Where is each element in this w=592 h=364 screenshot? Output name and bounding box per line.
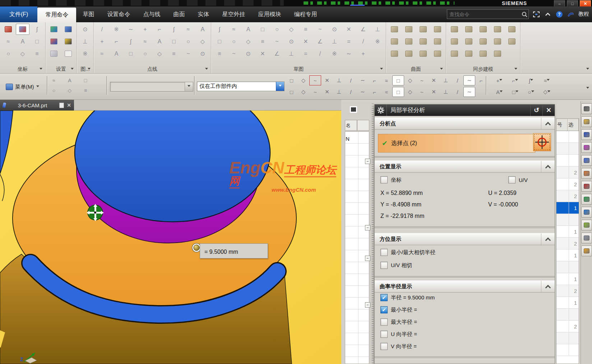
ribbon-command-icon[interactable]: ⊙ — [328, 24, 341, 35]
panel-drag-handle[interactable] — [372, 103, 374, 362]
ribbon-command-icon[interactable]: ◇ — [196, 36, 209, 47]
snap-toolbar-icon[interactable]: ◇ — [297, 87, 309, 97]
tutorial-icon[interactable] — [567, 10, 575, 18]
ribbon-command-icon[interactable]: ∠ — [270, 48, 284, 59]
ribbon-command-icon[interactable]: ⊙ — [241, 48, 255, 59]
snap-toolbar-icon[interactable]: □ — [392, 87, 404, 97]
ribbon-tab-3[interactable]: 设置命令 — [101, 6, 137, 22]
ribbon-command-icon[interactable]: □ — [256, 24, 269, 35]
uv-tangent-row[interactable]: ✔ U/V 相切 — [380, 262, 412, 269]
snap-toolbar-icon[interactable]: ∼ — [357, 87, 369, 97]
dialog-reset-icon[interactable]: ↺ — [530, 104, 542, 116]
annotation-icon[interactable] — [581, 181, 592, 192]
view-toolbar-icon[interactable]: A — [491, 87, 507, 97]
snap-toolbar-icon[interactable]: ⌐ — [475, 75, 487, 85]
ribbon-command-icon[interactable] — [505, 36, 519, 47]
snap-toolbar-icon[interactable]: ~ — [309, 87, 321, 97]
toolbar-icon[interactable]: ≡ — [81, 86, 90, 95]
curvature-radius-row-2[interactable]: ✔最大半径 = — [380, 318, 417, 326]
ribbon-command-icon[interactable]: ~ — [181, 48, 195, 59]
maximize-button[interactable]: □ — [567, 0, 578, 7]
ribbon-command-icon[interactable]: ⊥ — [371, 24, 384, 35]
local-radius-analysis-dialog[interactable]: 局部半径分析 ↺ ✕ 分析点 ✔ 选择点 (2) 位置显示 ✔ 坐标 — [374, 104, 555, 364]
dialog-title-bar[interactable]: 局部半径分析 ↺ ✕ — [375, 104, 555, 116]
constraint-navigator-icon[interactable] — [581, 129, 592, 140]
snap-toolbar-icon[interactable]: □ — [286, 87, 297, 97]
ribbon-command-icon[interactable] — [431, 48, 444, 59]
snap-toolbar-icon[interactable]: / — [345, 87, 357, 97]
toolbar-icon[interactable]: A — [65, 76, 74, 85]
ribbon-command-icon[interactable]: ⊥ — [78, 36, 92, 47]
ribbon-command-icon[interactable]: ⌐ — [110, 36, 123, 47]
search-input[interactable] — [447, 11, 521, 17]
navigator-row[interactable]: 2 — [556, 321, 579, 332]
navigator-row[interactable]: 2 — [556, 167, 579, 178]
ribbon-command-icon[interactable]: □ — [30, 36, 44, 47]
ribbon-command-icon[interactable]: / — [313, 48, 327, 59]
navigator-row[interactable]: 1 — [556, 297, 579, 309]
collapse-section-icon[interactable] — [541, 281, 555, 292]
menu-button[interactable]: 菜单(M) — [3, 81, 42, 92]
collapse-node-icon[interactable]: − — [365, 159, 370, 164]
ribbon-command-icon[interactable]: ✕ — [342, 24, 356, 35]
section-analysis-point[interactable]: 分析点 — [375, 117, 555, 130]
curvature-radius-checkbox[interactable]: ✔ — [380, 331, 388, 338]
ribbon-command-icon[interactable] — [431, 24, 444, 35]
ribbon-command-icon[interactable]: = — [299, 48, 313, 59]
curvature-radius-checkbox[interactable]: ✔ — [380, 318, 388, 326]
snap-toolbar-icon[interactable]: ⊥ — [440, 87, 452, 97]
ribbon-command-icon[interactable]: + — [356, 48, 370, 59]
ribbon-command-icon[interactable] — [61, 48, 75, 59]
ribbon-command-icon[interactable] — [61, 36, 75, 47]
ribbon-command-icon[interactable]: / — [95, 24, 109, 35]
pushpin-icon[interactable] — [3, 102, 6, 108]
uv-checkbox[interactable]: ✔ — [508, 176, 515, 183]
snap-toolbar-icon[interactable]: ⊥ — [333, 75, 345, 85]
ribbon-command-icon[interactable]: ✕ — [256, 48, 269, 59]
ribbon-command-icon[interactable]: ※ — [110, 24, 123, 35]
toolbar-icon[interactable]: ◇ — [65, 86, 74, 95]
navigator-row[interactable]: 2 — [556, 178, 579, 190]
machining-wizard-icon[interactable] — [581, 168, 592, 179]
close-button[interactable]: ✕ — [580, 0, 591, 7]
collapse-node-icon[interactable]: − — [365, 256, 370, 261]
snap-toolbar-icon[interactable]: ✕ — [321, 75, 333, 85]
view-toolbar-icon[interactable]: ≈ — [539, 75, 555, 85]
collapse-section-icon[interactable] — [541, 161, 555, 172]
ribbon-command-icon[interactable]: ∫ — [167, 24, 181, 35]
ribbon-command-icon[interactable]: A — [110, 48, 123, 59]
ribbon-command-icon[interactable] — [388, 24, 401, 35]
snap-toolbar-icon[interactable]: ◇ — [404, 87, 416, 97]
ribbon-command-icon[interactable] — [416, 48, 430, 59]
navigator-row[interactable]: 2 — [556, 190, 579, 202]
ribbon-command-icon[interactable] — [462, 36, 476, 47]
ribbon-command-icon[interactable] — [1, 24, 15, 35]
ribbon-command-icon[interactable]: ◇ — [285, 24, 298, 35]
ribbon-command-icon[interactable]: ※ — [371, 36, 384, 47]
ribbon-tab-7[interactable]: 星空外挂 — [216, 6, 251, 22]
ribbon-command-icon[interactable] — [16, 24, 29, 35]
navigator-row[interactable]: 1 — [556, 249, 579, 261]
history-icon[interactable] — [581, 233, 592, 243]
ribbon-command-icon[interactable]: ~ — [313, 24, 327, 35]
snap-toolbar-icon[interactable]: ◇ — [297, 75, 309, 85]
snap-toolbar-icon[interactable]: ✕ — [428, 87, 440, 97]
ribbon-command-icon[interactable]: + — [138, 24, 152, 35]
ribbon-command-icon[interactable] — [402, 48, 416, 59]
ribbon-command-icon[interactable]: ○ — [270, 24, 284, 35]
navigator-row[interactable] — [556, 261, 579, 273]
ribbon-command-icon[interactable] — [476, 36, 490, 47]
selection-filter-dropdown-icon[interactable] — [185, 82, 193, 91]
ribbon-command-icon[interactable] — [402, 36, 416, 47]
snap-toolbar-icon[interactable]: □ — [286, 75, 297, 85]
ribbon-tab-1[interactable]: 常用命令 — [37, 8, 76, 22]
ribbon-command-icon[interactable]: ∠ — [313, 36, 327, 47]
snap-toolbar-icon[interactable]: ⊥ — [440, 75, 452, 85]
ribbon-command-icon[interactable]: ⌐ — [153, 24, 166, 35]
ribbon-command-icon[interactable]: ∠ — [356, 24, 370, 35]
curvature-radius-checkbox[interactable]: ✔ — [380, 343, 388, 350]
ribbon-command-icon[interactable]: □ — [124, 48, 138, 59]
ribbon-command-icon[interactable]: ◇ — [241, 36, 255, 47]
selection-scope-combo[interactable]: 仅在工作部件内 — [197, 81, 285, 91]
dialog-options-gear-icon[interactable] — [375, 104, 387, 116]
